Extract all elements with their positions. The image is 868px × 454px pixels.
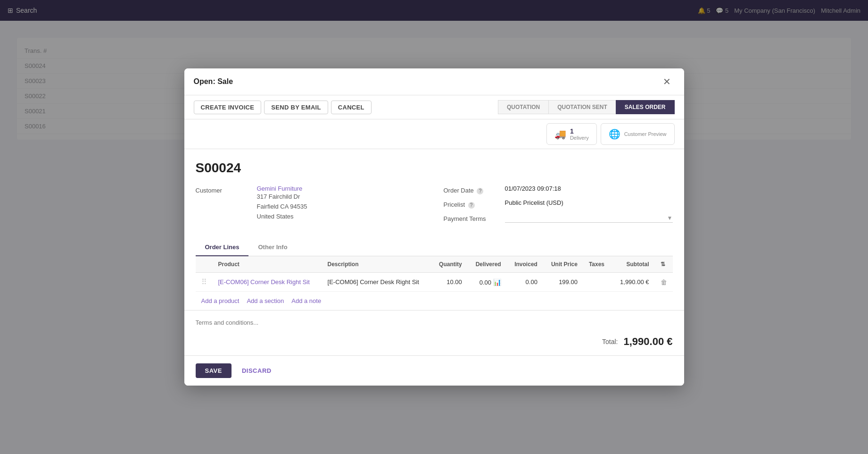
row-delivered: 0.00 📊 — [468, 273, 507, 292]
col-quantity: Quantity — [431, 256, 468, 273]
modal-title: Open: Sale — [194, 77, 233, 86]
modal-header: Open: Sale ✕ — [184, 68, 684, 95]
col-unit-price: Unit Price — [543, 256, 583, 273]
customer-address-line1: 317 Fairchild Dr — [257, 192, 307, 202]
payment-terms-input[interactable] — [505, 213, 667, 222]
close-button[interactable]: ✕ — [659, 75, 675, 88]
customer-address-line3: United States — [257, 212, 307, 222]
customer-name[interactable]: Gemini Furniture — [257, 185, 307, 192]
add-section-link[interactable]: Add a section — [247, 297, 284, 304]
order-date-value: 01/07/2023 09:07:18 — [505, 185, 673, 192]
create-invoice-button[interactable]: CREATE INVOICE — [194, 101, 262, 114]
row-quantity[interactable]: 10.00 — [431, 273, 468, 292]
customer-address-line2: Fairfield CA 94535 — [257, 202, 307, 212]
payment-terms-label: Payment Terms — [444, 213, 505, 222]
add-links: Add a product Add a section Add a note — [196, 292, 673, 310]
payment-terms-field: Payment Terms ▼ — [444, 213, 673, 223]
smart-buttons-row: 🚚 1 Delivery 🌐 Customer Preview — [184, 119, 684, 149]
delivery-label: Delivery — [570, 135, 589, 141]
globe-icon: 🌐 — [609, 128, 620, 140]
forecast-icon[interactable]: 📊 — [493, 278, 501, 286]
modal-body: S00024 Customer Gemini Furniture 317 Fai… — [184, 149, 684, 310]
payment-terms-select[interactable]: ▼ — [505, 213, 673, 223]
save-button[interactable]: SAVE — [196, 363, 231, 378]
total-value: 1,990.00 € — [624, 336, 673, 348]
order-tabs: Order Lines Other Info — [196, 239, 673, 256]
row-subtotal: 1,990.00 € — [612, 273, 655, 292]
customer-label: Customer — [196, 185, 257, 194]
col-description: Description — [322, 256, 431, 273]
order-form: Customer Gemini Furniture 317 Fairchild … — [196, 185, 673, 227]
col-delivered: Delivered — [468, 256, 507, 273]
cancel-button[interactable]: CANCEL — [331, 101, 372, 114]
customer-preview-label: Customer Preview — [624, 131, 667, 137]
row-description: [E-COM06] Corner Desk Right Sit — [322, 273, 431, 292]
toolbar: CREATE INVOICE SEND BY EMAIL CANCEL QUOT… — [184, 95, 684, 119]
delivery-smart-button[interactable]: 🚚 1 Delivery — [546, 123, 597, 145]
pricelist-field: Pricelist ? Public Pricelist (USD) — [444, 199, 673, 209]
row-taxes — [583, 273, 612, 292]
chevron-down-icon: ▼ — [667, 215, 673, 221]
total-label: Total: — [602, 338, 618, 345]
order-date-help[interactable]: ? — [477, 188, 483, 194]
col-drag — [196, 256, 213, 273]
table-row: ⠿ [E-COM06] Corner Desk Right Sit [E-COM… — [196, 273, 673, 292]
tab-other-info[interactable]: Other Info — [248, 239, 297, 256]
pricelist-help[interactable]: ? — [468, 202, 475, 209]
col-invoiced: Invoiced — [507, 256, 543, 273]
row-invoiced: 0.00 — [507, 273, 543, 292]
status-pipeline: QUOTATION QUOTATION SENT SALES ORDER — [498, 100, 674, 114]
row-delete[interactable]: 🗑 — [655, 273, 673, 292]
row-product[interactable]: [E-COM06] Corner Desk Right Sit — [213, 273, 322, 292]
delivery-count: 1 — [570, 127, 574, 135]
delivery-icon: 🚚 — [554, 128, 566, 140]
col-row-actions: ⇅ — [655, 256, 673, 273]
customer-field: Customer Gemini Furniture 317 Fairchild … — [196, 185, 425, 221]
status-sales-order[interactable]: SALES ORDER — [616, 100, 675, 114]
col-subtotal: Subtotal — [612, 256, 655, 273]
tab-order-lines[interactable]: Order Lines — [196, 239, 249, 256]
order-number: S00024 — [196, 160, 673, 176]
sale-modal: Open: Sale ✕ CREATE INVOICE SEND BY EMAI… — [184, 68, 684, 386]
status-quotation[interactable]: QUOTATION — [498, 100, 549, 114]
row-unit-price[interactable]: 199.00 — [543, 273, 583, 292]
pricelist-label: Pricelist ? — [444, 199, 505, 209]
toolbar-actions: CREATE INVOICE SEND BY EMAIL CANCEL — [194, 101, 372, 114]
order-date-label: Order Date ? — [444, 185, 505, 194]
add-product-link[interactable]: Add a product — [201, 297, 240, 304]
terms-input[interactable] — [196, 319, 673, 326]
add-note-link[interactable]: Add a note — [291, 297, 321, 304]
order-date-field: Order Date ? 01/07/2023 09:07:18 — [444, 185, 673, 194]
discard-button[interactable]: DISCARD — [236, 363, 277, 378]
order-lines-table: Product Description Quantity Delivered I… — [196, 256, 673, 292]
status-quotation-sent[interactable]: QUOTATION SENT — [548, 100, 616, 114]
send-by-email-button[interactable]: SEND BY EMAIL — [264, 101, 328, 114]
total-row: Total: 1,990.00 € — [196, 332, 673, 348]
modal-bottom-buttons: SAVE DISCARD — [184, 355, 684, 386]
row-drag-handle[interactable]: ⠿ — [196, 273, 213, 292]
pricelist-value: Public Pricelist (USD) — [505, 199, 673, 206]
customer-preview-smart-button[interactable]: 🌐 Customer Preview — [601, 123, 675, 145]
col-taxes: Taxes — [583, 256, 612, 273]
modal-footer: Total: 1,990.00 € — [184, 310, 684, 355]
col-product: Product — [213, 256, 322, 273]
